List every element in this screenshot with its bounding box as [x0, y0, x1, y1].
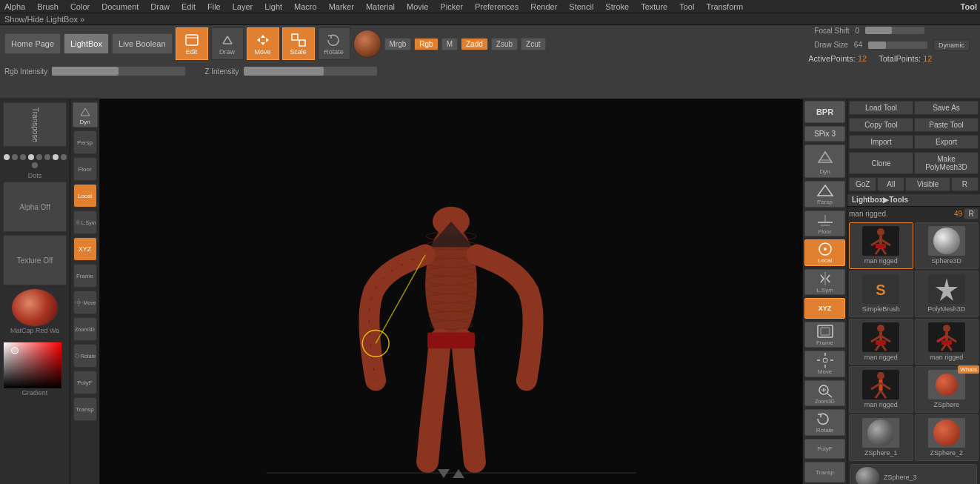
dot-9[interactable]	[32, 162, 38, 168]
load-tool-btn[interactable]: Load Tool	[849, 101, 913, 115]
floor-btn[interactable]: Floor	[73, 157, 97, 181]
zsub-btn[interactable]: Zsub	[491, 38, 518, 50]
menu-color[interactable]: Color	[69, 2, 91, 11]
tool-zsphere2[interactable]: ZSphere_2	[915, 414, 979, 461]
menu-picker[interactable]: Picker	[439, 2, 464, 11]
tool-man-rigged-1[interactable]: man rigged	[849, 222, 913, 269]
floor-large-btn[interactable]: Floor	[804, 210, 845, 237]
menu-render[interactable]: Render	[529, 2, 559, 11]
lsym-btn[interactable]: L.Sym	[73, 210, 97, 234]
xyz-btn[interactable]: XYZ	[73, 237, 97, 261]
menu-file[interactable]: File	[206, 2, 222, 11]
color-picker-gradient[interactable]	[3, 342, 62, 389]
tool-zsphere1[interactable]: ZSphere_1	[849, 414, 913, 461]
goz-btn[interactable]: GoZ	[849, 177, 876, 191]
move-tool-btn[interactable]: Move	[247, 27, 279, 60]
mrgb-btn[interactable]: Mrgb	[384, 38, 412, 50]
edit-tool-btn[interactable]: Edit	[176, 27, 208, 60]
spix-btn[interactable]: SPix 3	[804, 126, 845, 142]
transp-large-btn[interactable]: Transp	[804, 462, 845, 483]
scale-tool-btn[interactable]: Scale	[282, 27, 315, 60]
menu-texture[interactable]: Texture	[639, 2, 669, 11]
all-btn[interactable]: All	[877, 177, 904, 191]
xyz-large-btn[interactable]: XYZ	[804, 298, 845, 319]
showhide-label[interactable]: Show/Hide LightBox »	[4, 15, 84, 24]
rgb-btn[interactable]: Rgb	[414, 38, 438, 50]
brush-sphere[interactable]	[353, 30, 381, 58]
vp-dynamic-btn[interactable]: Dyn	[804, 145, 845, 178]
local-btn[interactable]: Local	[73, 184, 97, 208]
make-polymesh-btn[interactable]: Make PolyMesh3D	[914, 152, 979, 174]
copy-tool-btn[interactable]: Copy Tool	[849, 118, 913, 132]
transpose-btn[interactable]: Transpose	[3, 102, 67, 147]
save-as-btn[interactable]: Save As	[914, 101, 979, 115]
matcap-section[interactable]: MatCap Red Wa	[3, 288, 67, 339]
zadd-btn[interactable]: Zadd	[461, 38, 488, 50]
menu-edit[interactable]: Edit	[180, 2, 197, 11]
viewport[interactable]	[100, 99, 802, 484]
menu-stencil[interactable]: Stencil	[567, 2, 595, 11]
dot-2[interactable]	[12, 154, 18, 160]
zcut-btn[interactable]: Zcut	[521, 38, 545, 50]
menu-draw[interactable]: Draw	[149, 2, 171, 11]
vp-move-large-btn[interactable]: Move	[804, 351, 845, 377]
polyf-btn[interactable]: PolyF	[73, 371, 97, 394]
menu-light[interactable]: Light	[263, 2, 284, 11]
persp-large-btn[interactable]: Persp	[804, 181, 845, 208]
paste-tool-btn[interactable]: Paste Tool	[914, 118, 979, 132]
tool-man-rigged-4[interactable]: man rigged	[849, 366, 913, 413]
focal-slider[interactable]	[865, 27, 924, 34]
dot-8[interactable]	[61, 154, 67, 160]
transp-btn[interactable]: Transp	[73, 397, 97, 421]
import-btn[interactable]: Import	[849, 135, 913, 149]
tool-zsphere[interactable]: ZSphere Whats	[915, 366, 979, 413]
menu-stroke[interactable]: Stroke	[604, 2, 630, 11]
menu-layer[interactable]: Layer	[231, 2, 255, 11]
persp-btn[interactable]: Persp	[73, 130, 97, 154]
menu-document[interactable]: Document	[100, 2, 140, 11]
tool-simple-brush[interactable]: S SimpleBrush	[849, 271, 913, 317]
menu-tool[interactable]: Tool	[678, 2, 696, 11]
draw-size-slider[interactable]	[868, 42, 927, 49]
tab-live-boolean[interactable]: Live Boolean	[112, 33, 173, 54]
zoom3d-large-btn[interactable]: Zoom3D	[804, 380, 845, 407]
tab-home[interactable]: Home Page	[4, 33, 61, 54]
tool-man-rigged-2[interactable]: man rigged	[849, 319, 913, 365]
menu-marker[interactable]: Marker	[327, 2, 356, 11]
rotate-tool-btn[interactable]: Rotate	[318, 27, 350, 60]
frame-large-btn[interactable]: Frame	[804, 322, 845, 348]
visible-btn[interactable]: Visible	[905, 177, 950, 191]
bpr-btn[interactable]: BPR	[804, 101, 845, 123]
alpha-off-btn[interactable]: Alpha Off	[3, 182, 67, 232]
tool-sphere3d[interactable]: Sphere3D	[915, 222, 979, 269]
local-large-btn[interactable]: Local	[804, 239, 845, 266]
menu-macro[interactable]: Macro	[293, 2, 319, 11]
menu-brush[interactable]: Brush	[36, 2, 60, 11]
dot-7[interactable]	[53, 154, 59, 160]
menu-material[interactable]: Material	[364, 2, 396, 11]
dot-1[interactable]	[4, 154, 10, 160]
tab-lightbox[interactable]: LightBox	[64, 33, 109, 54]
rgb-intensity-slider[interactable]	[52, 67, 185, 76]
menu-preferences[interactable]: Preferences	[473, 2, 520, 11]
lsym-large-btn[interactable]: L.Sym	[804, 269, 845, 296]
dot-3[interactable]	[20, 154, 26, 160]
dot-4[interactable]	[28, 154, 34, 160]
man-rigged-r-btn[interactable]: R	[964, 208, 979, 219]
polyf-large-btn[interactable]: PolyF	[804, 439, 845, 460]
clone-btn[interactable]: Clone	[849, 152, 913, 174]
menu-alpha[interactable]: Alpha	[3, 2, 27, 11]
tool-man-rigged-3[interactable]: man rigged	[915, 319, 979, 365]
r-btn[interactable]: R	[951, 177, 979, 191]
zoom3d-btn[interactable]: Zoom3D	[73, 317, 97, 341]
tool-polymesh3d[interactable]: PolyMesh3D	[915, 271, 979, 317]
lightbox-tools-header[interactable]: Lightbox▶Tools	[847, 193, 980, 207]
vp-rotate-btn[interactable]: Rotate	[73, 344, 97, 368]
dot-6[interactable]	[44, 154, 50, 160]
frame-btn[interactable]: Frame	[73, 264, 97, 288]
vp-move-btn[interactable]: Move	[73, 291, 97, 314]
dynamic-toggle-btn[interactable]: Dyn	[73, 102, 98, 127]
texture-off-btn[interactable]: Texture Off	[3, 235, 67, 285]
export-btn[interactable]: Export	[914, 135, 979, 149]
m-btn[interactable]: M	[441, 38, 458, 50]
